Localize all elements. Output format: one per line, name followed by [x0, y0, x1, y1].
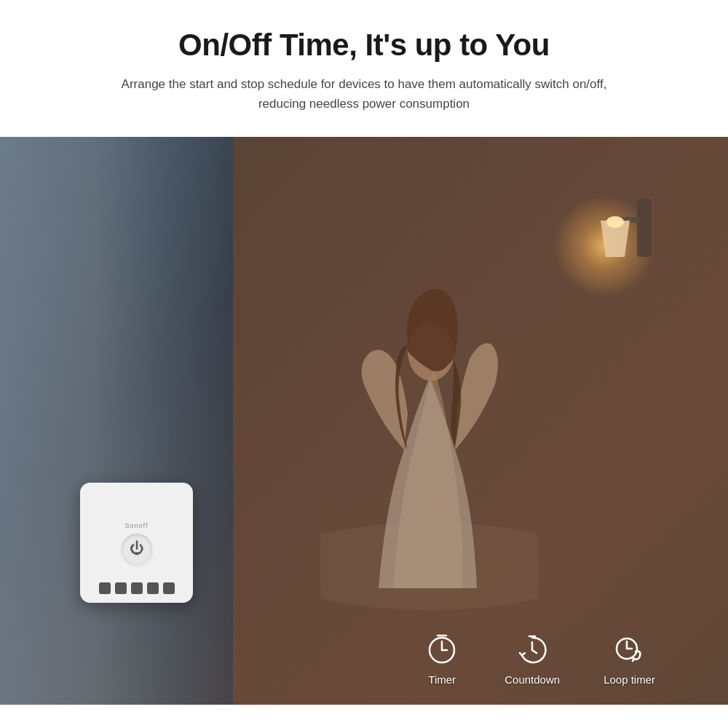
- loop-timer-icon: [612, 631, 647, 666]
- loop-timer-label: Loop timer: [604, 673, 655, 686]
- feature-icons-bar: Timer Countdown: [0, 610, 728, 705]
- device-ports: [80, 582, 193, 594]
- port-4: [147, 582, 159, 594]
- lamp-fixture: [597, 199, 652, 279]
- svg-rect-2: [637, 199, 652, 257]
- timer-icon: [424, 631, 459, 666]
- port-1: [99, 582, 111, 594]
- port-3: [131, 582, 143, 594]
- person-silhouette: [320, 239, 539, 617]
- countdown-icon: [515, 631, 550, 666]
- timer-label: Timer: [428, 673, 456, 686]
- timer-feature: Timer: [423, 630, 461, 686]
- timer-icon-container: [423, 630, 461, 668]
- countdown-feature: Countdown: [505, 630, 560, 686]
- countdown-icon-container: [513, 630, 551, 668]
- svg-line-10: [532, 650, 537, 653]
- device-brand-label: Sonoff: [125, 522, 149, 529]
- countdown-label: Countdown: [505, 673, 560, 686]
- svg-point-4: [606, 216, 624, 228]
- device-power-button: ⏻: [122, 534, 152, 564]
- port-5: [163, 582, 175, 594]
- port-2: [115, 582, 127, 594]
- hero-image-section: Sonoff ⏻ Timer: [0, 137, 728, 705]
- device-card: Sonoff ⏻: [80, 483, 193, 603]
- page-title: On/Off Time, It's up to You: [58, 28, 670, 63]
- loop-timer-feature: Loop timer: [604, 630, 655, 686]
- page-subtitle: Arrange the start and stop schedule for …: [109, 74, 619, 114]
- header-section: On/Off Time, It's up to You Arrange the …: [0, 0, 728, 137]
- power-icon: ⏻: [130, 540, 144, 557]
- loop-timer-icon-container: [611, 630, 649, 668]
